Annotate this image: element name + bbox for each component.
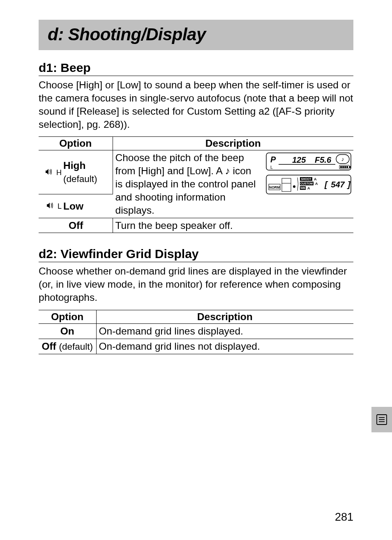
svg-text:CUSTOM: CUSTOM bbox=[300, 182, 313, 185]
page-number: 281 bbox=[335, 511, 353, 524]
option-off-label: Off (default) bbox=[39, 339, 96, 354]
table-row: Off (default) On-demand grid lines not d… bbox=[39, 339, 353, 354]
svg-point-19 bbox=[293, 185, 295, 188]
svg-text:F5.6: F5.6 bbox=[315, 155, 332, 164]
option-label-cell: Low bbox=[62, 194, 113, 218]
option-default: (default) bbox=[63, 174, 97, 184]
speaker-icon bbox=[45, 168, 56, 177]
svg-text:[: [ bbox=[324, 180, 328, 189]
svg-text:]: ] bbox=[347, 180, 351, 189]
svg-text:NORM: NORM bbox=[269, 185, 280, 189]
svg-rect-10 bbox=[342, 166, 344, 168]
section-title: d: Shooting/Display bbox=[48, 25, 347, 44]
table-row: Off Turn the beep speaker off. bbox=[39, 218, 353, 233]
d1-heading: d1: Beep bbox=[39, 61, 353, 76]
option-label: Low bbox=[63, 201, 83, 212]
svg-text:A: A bbox=[314, 177, 317, 181]
option-off-label: Off bbox=[39, 218, 113, 233]
svg-rect-17 bbox=[282, 178, 291, 192]
th-option: Option bbox=[39, 137, 113, 150]
beep-low-icon: L bbox=[39, 194, 62, 218]
option-off-desc: Turn the beep speaker off. bbox=[113, 218, 353, 233]
d1-table: Option Description H bbox=[39, 136, 353, 233]
list-icon bbox=[376, 414, 387, 425]
speaker-icon bbox=[46, 201, 57, 210]
beep-level-label: H bbox=[56, 168, 62, 177]
subsection-d2: d2: Viewfinder Grid Display Choose wheth… bbox=[39, 247, 353, 354]
d1-intro: Choose [High] or [Low] to sound a beep w… bbox=[39, 78, 353, 131]
svg-text:A: A bbox=[307, 186, 310, 190]
th-description: Description bbox=[113, 137, 353, 150]
side-tab bbox=[371, 407, 392, 432]
beep-high-icon: H bbox=[39, 150, 62, 194]
desc-high-low: Choose the pitch of the beep from [High]… bbox=[113, 150, 353, 218]
option-label-cell: High (default) bbox=[62, 150, 113, 194]
d2-heading: d2: Viewfinder Grid Display bbox=[39, 247, 353, 262]
option-on-desc: On-demand grid lines displayed. bbox=[96, 323, 353, 339]
music-note-icon: ♪ bbox=[225, 165, 230, 176]
table-row: On On-demand grid lines displayed. bbox=[39, 323, 353, 339]
subsection-d1: d1: Beep Choose [High] or [Low] to sound… bbox=[39, 61, 353, 233]
option-on-label: On bbox=[39, 323, 96, 339]
th-description: Description bbox=[96, 310, 353, 323]
svg-rect-9 bbox=[340, 166, 342, 168]
beep-level-label: L bbox=[58, 202, 62, 210]
section-header: d: Shooting/Display bbox=[39, 20, 353, 50]
svg-text:L: L bbox=[270, 165, 273, 170]
table-row: H High (default) Choose the pitch of the… bbox=[39, 150, 353, 194]
svg-text:125: 125 bbox=[292, 155, 306, 164]
svg-rect-12 bbox=[346, 166, 348, 168]
svg-rect-11 bbox=[344, 166, 346, 168]
option-label: High bbox=[63, 160, 85, 171]
option-off-desc: On-demand grid lines not displayed. bbox=[96, 339, 353, 354]
desc-text: Choose the pitch of the beep from [High]… bbox=[115, 151, 261, 217]
d2-table: Option Description On On-demand grid lin… bbox=[39, 310, 353, 354]
svg-text:A: A bbox=[315, 182, 318, 186]
svg-text:547: 547 bbox=[331, 180, 345, 189]
th-option: Option bbox=[39, 310, 96, 323]
svg-rect-8 bbox=[349, 166, 350, 168]
svg-text:SHOOT: SHOOT bbox=[301, 178, 312, 180]
d2-intro: Choose whether on-demand grid lines are … bbox=[39, 265, 353, 304]
svg-text:P: P bbox=[270, 155, 276, 164]
svg-text:♪: ♪ bbox=[341, 156, 344, 162]
control-panel-illustration: P 125 F5.6 ♪ bbox=[265, 151, 352, 217]
svg-text:WB: WB bbox=[300, 187, 305, 189]
